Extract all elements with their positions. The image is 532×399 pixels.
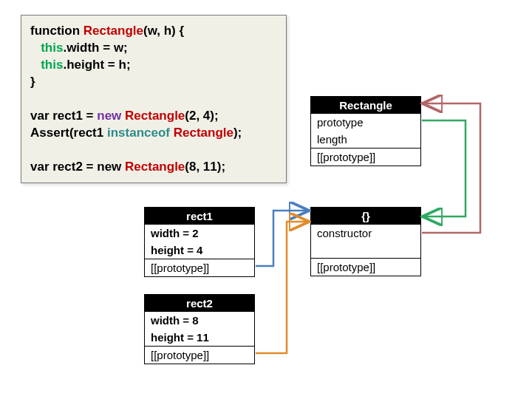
t: Assert(rect1	[30, 126, 107, 140]
arrow-rect1-proto	[256, 211, 307, 266]
t: .width = w;	[63, 41, 127, 55]
t: Rectangle	[174, 126, 233, 140]
obj-prop: length	[311, 131, 420, 148]
obj-prop: width = 2	[145, 225, 254, 242]
obj-title: Rectangle	[311, 97, 420, 114]
t: Rectangle	[83, 24, 143, 38]
t: }	[30, 74, 277, 91]
obj-title: {}	[311, 208, 420, 225]
t: (8, 11);	[185, 160, 225, 174]
object-empty: {} constructor [[prototype]]	[310, 207, 421, 276]
obj-prop: height = 11	[145, 329, 254, 346]
obj-prop: [[prototype]]	[311, 258, 420, 276]
object-rectangle: Rectangle prototype length [[prototype]]	[310, 96, 421, 166]
obj-prop: height = 4	[145, 242, 254, 259]
obj-prop: [[prototype]]	[145, 346, 254, 364]
object-rect2: rect2 width = 8 height = 11 [[prototype]…	[144, 294, 255, 364]
t: instanceof	[107, 126, 174, 140]
obj-title: rect2	[145, 295, 254, 312]
arrow-constructor	[422, 103, 480, 233]
t: this	[41, 58, 63, 72]
obj-prop: prototype	[311, 114, 420, 131]
obj-spacer	[311, 242, 420, 258]
obj-prop: [[prototype]]	[311, 148, 420, 166]
t: function	[30, 24, 83, 38]
object-rect1: rect1 width = 2 height = 4 [[prototype]]	[144, 207, 255, 277]
t: );	[233, 126, 242, 140]
t: .height = h;	[63, 58, 130, 72]
obj-prop: [[prototype]]	[145, 259, 254, 276]
t: (2, 4);	[185, 109, 218, 123]
arrow-rect2-proto	[256, 222, 307, 353]
obj-prop: width = 8	[145, 312, 254, 329]
t: var rect1 =	[30, 109, 97, 123]
t: new	[97, 109, 125, 123]
t: Rectangle	[125, 109, 185, 123]
obj-prop: constructor	[311, 225, 420, 242]
t: Rectangle	[125, 160, 185, 174]
obj-title: rect1	[145, 208, 254, 225]
t: (w, h) {	[143, 24, 184, 38]
t: var rect2 = new	[30, 160, 125, 174]
arrow-rectangle-prototype	[422, 120, 466, 216]
t: this	[41, 41, 63, 55]
code-block: function Rectangle(w, h) { this.width = …	[21, 15, 287, 183]
